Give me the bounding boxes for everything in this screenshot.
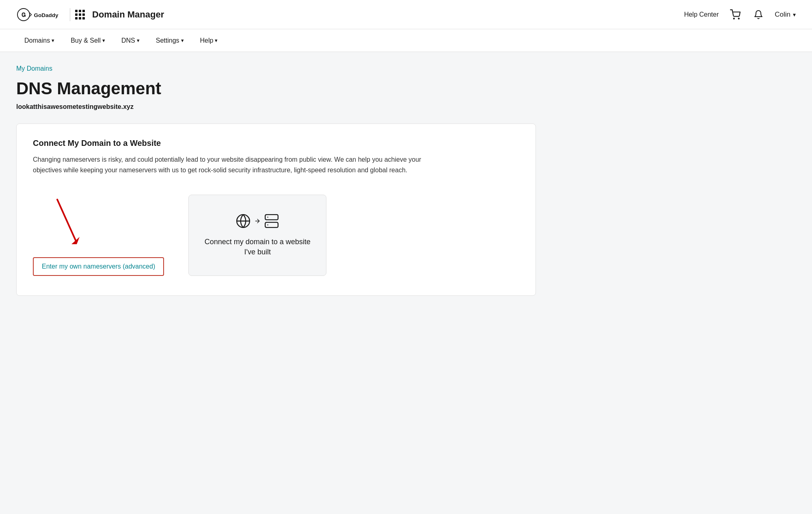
svg-line-4 <box>57 200 76 240</box>
connect-domain-card: Connect My Domain to a Website Changing … <box>16 124 536 296</box>
card-title: Connect My Domain to a Website <box>33 139 519 148</box>
svg-rect-10 <box>265 222 278 228</box>
dns-chevron-icon: ▾ <box>137 37 140 43</box>
notification-button[interactable] <box>752 8 765 22</box>
arrow-container <box>33 191 98 252</box>
red-arrow-icon <box>33 191 98 252</box>
grid-icon <box>75 10 85 20</box>
globe-icon <box>235 213 251 229</box>
svg-marker-5 <box>71 237 80 244</box>
settings-chevron-icon: ▾ <box>181 37 184 43</box>
nav-settings[interactable]: Settings ▾ <box>148 29 192 52</box>
secondary-nav: Domains ▾ Buy & Sell ▾ DNS ▾ Settings ▾ … <box>0 29 812 52</box>
nav-domains[interactable]: Domains ▾ <box>16 29 63 52</box>
svg-point-3 <box>739 18 739 19</box>
nav-right: Help Center Colin <box>684 8 796 22</box>
page-body: My Domains DNS Management lookatthisawes… <box>0 52 812 514</box>
user-chevron-icon <box>793 11 796 19</box>
user-name: Colin <box>775 11 790 19</box>
page-title: DNS Management <box>16 79 796 98</box>
nameserver-option: Enter my own nameservers (advanced) <box>33 191 164 276</box>
logo-area: GoDaddy Domain Manager <box>16 7 164 22</box>
cart-button[interactable] <box>728 8 742 22</box>
nav-help[interactable]: Help ▾ <box>192 29 226 52</box>
help-center-link[interactable]: Help Center <box>684 11 719 18</box>
svg-point-0 <box>17 9 30 21</box>
godaddy-logo[interactable]: GoDaddy <box>16 7 65 22</box>
bell-icon <box>754 9 763 20</box>
logo-divider <box>70 8 70 21</box>
nav-buy-sell[interactable]: Buy & Sell ▾ <box>63 29 113 52</box>
svg-point-2 <box>734 18 734 19</box>
breadcrumb[interactable]: My Domains <box>16 65 796 72</box>
connect-website-option: Connect my domain to a website I've buil… <box>188 195 326 276</box>
connect-arrow-icon <box>254 218 261 224</box>
server-icon <box>264 213 279 229</box>
user-menu-button[interactable]: Colin <box>775 11 796 19</box>
top-nav: GoDaddy Domain Manager Help Center <box>0 0 812 29</box>
nav-left: GoDaddy Domain Manager <box>16 7 164 22</box>
globe-server-icon <box>235 213 279 229</box>
svg-rect-9 <box>265 215 278 220</box>
cart-icon <box>730 9 741 20</box>
options-row: Enter my own nameservers (advanced) <box>33 191 519 276</box>
connect-website-card[interactable]: Connect my domain to a website I've buil… <box>188 195 326 276</box>
app-title: Domain Manager <box>92 9 164 20</box>
nameserver-button[interactable]: Enter my own nameservers (advanced) <box>33 257 164 276</box>
buy-sell-chevron-icon: ▾ <box>102 37 105 43</box>
help-chevron-icon: ▾ <box>215 37 218 43</box>
domain-name: lookatthisawesometestingwebsite.xyz <box>16 103 796 111</box>
nav-dns[interactable]: DNS ▾ <box>113 29 148 52</box>
card-description: Changing nameservers is risky, and could… <box>33 154 423 175</box>
domains-chevron-icon: ▾ <box>52 37 54 43</box>
svg-text:GoDaddy: GoDaddy <box>34 12 58 18</box>
connect-card-label: Connect my domain to a website I've buil… <box>202 237 313 257</box>
